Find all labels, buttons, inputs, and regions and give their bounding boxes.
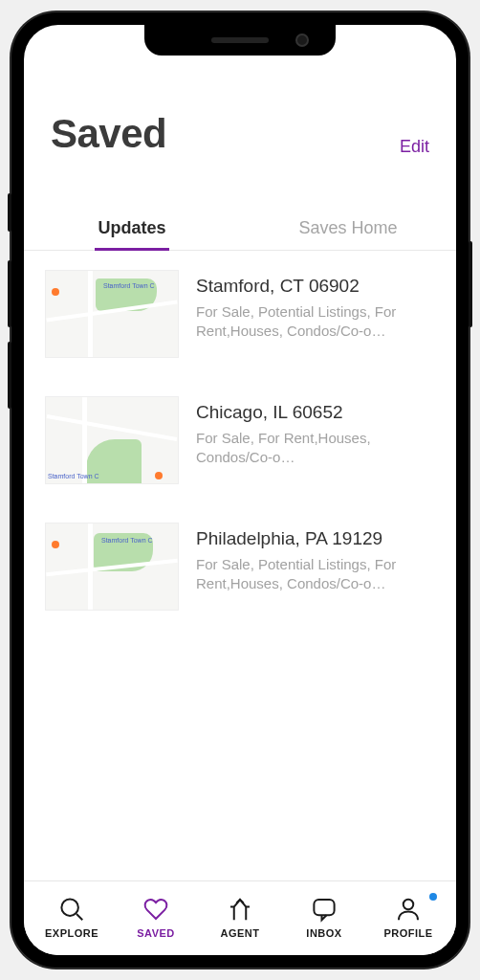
item-location: Stamford, CT 06902: [196, 276, 435, 297]
item-description: For Sale, Potential Listings, For Rent,H…: [196, 555, 435, 594]
tabs: Updates Saves Home: [24, 205, 456, 251]
item-description: For Sale, Potential Listings, For Rent,H…: [196, 302, 435, 342]
nav-profile[interactable]: PROFILE: [366, 895, 450, 939]
nav-label: AGENT: [221, 927, 260, 939]
nav-explore[interactable]: EXPLORE: [30, 895, 114, 939]
phone-frame: Saved Edit Updates Saves Home Stamford T…: [11, 11, 469, 969]
svg-rect-2: [314, 900, 334, 915]
item-location: Philadelphia, PA 19129: [196, 528, 435, 549]
notification-dot-icon: [429, 893, 437, 901]
edit-button[interactable]: Edit: [400, 137, 429, 157]
profile-icon: [394, 895, 423, 924]
page-title: Saved: [51, 111, 166, 157]
list-item[interactable]: Stamford Town C Chicago, IL 60652 For Sa…: [24, 377, 456, 503]
svg-point-0: [61, 899, 78, 916]
saved-list[interactable]: Stamford Town C Stamford, CT 06902 For S…: [24, 251, 456, 880]
item-info: Chicago, IL 60652 For Sale, For Rent,Hou…: [196, 396, 435, 484]
list-item[interactable]: Stamford Town C Stamford, CT 06902 For S…: [24, 251, 456, 377]
list-item[interactable]: Stamford Town C Philadelphia, PA 19129 F…: [24, 503, 456, 630]
nav-label: EXPLORE: [45, 927, 98, 939]
nav-inbox[interactable]: INBOX: [282, 895, 366, 939]
search-icon: [57, 895, 86, 924]
map-thumbnail: Stamford Town C: [45, 396, 179, 484]
screen: Saved Edit Updates Saves Home Stamford T…: [24, 25, 456, 955]
chat-icon: [310, 895, 338, 924]
item-description: For Sale, For Rent,Houses, Condos/Co-o…: [196, 429, 435, 468]
nav-saved[interactable]: SAVED: [114, 895, 198, 939]
tab-saves-home[interactable]: Saves Home: [240, 205, 456, 250]
nav-label: INBOX: [306, 927, 341, 939]
map-thumbnail: Stamford Town C: [45, 523, 179, 611]
nav-label: SAVED: [137, 927, 175, 939]
item-info: Stamford, CT 06902 For Sale, Potential L…: [196, 270, 435, 358]
bottom-nav: EXPLORE SAVED AGENT INBOX PROFILE: [24, 880, 456, 955]
map-thumbnail: Stamford Town C: [45, 270, 179, 358]
map-label: Stamford Town C: [48, 473, 99, 479]
item-location: Chicago, IL 60652: [196, 402, 435, 423]
notch: [144, 25, 336, 56]
svg-line-1: [76, 914, 82, 920]
map-label: Stamford Town C: [103, 282, 155, 289]
tab-updates[interactable]: Updates: [24, 205, 240, 250]
agent-icon: [226, 895, 254, 924]
map-label: Stamford Town C: [101, 537, 153, 544]
svg-point-3: [404, 899, 414, 909]
nav-label: PROFILE: [383, 927, 432, 939]
nav-agent[interactable]: AGENT: [198, 895, 282, 939]
item-info: Philadelphia, PA 19129 For Sale, Potenti…: [196, 523, 435, 611]
heart-icon: [142, 895, 170, 924]
